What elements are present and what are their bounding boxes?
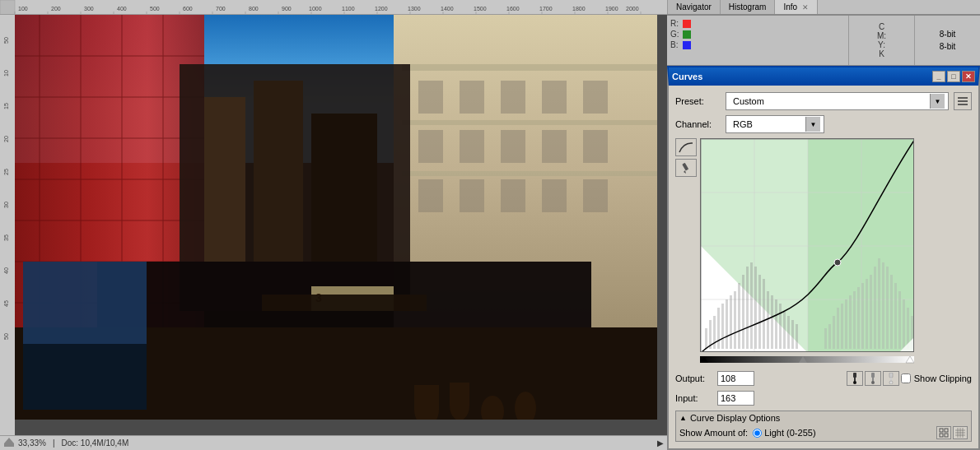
svg-rect-70	[501, 81, 525, 114]
svg-rect-141	[783, 312, 786, 349]
fine-grid-btn[interactable]	[953, 426, 968, 439]
svg-text:35: 35	[3, 234, 9, 241]
y-label: Y:	[878, 40, 885, 49]
svg-rect-122	[705, 328, 707, 349]
svg-rect-185	[940, 434, 943, 437]
preset-dropdown-arrow[interactable]: ▼	[930, 94, 945, 109]
svg-rect-71	[542, 81, 567, 114]
b-label: B:	[670, 40, 680, 49]
forward-btn[interactable]: ▶	[657, 438, 664, 448]
svg-text:1400: 1400	[441, 6, 454, 12]
eyedropper-gray[interactable]	[865, 371, 881, 386]
curve-display-header[interactable]: ▲ Curve Display Options	[676, 411, 971, 424]
tab-info[interactable]: Info ✕	[775, 0, 817, 14]
svg-rect-73	[418, 130, 443, 163]
light-label: Light (0-255)	[764, 428, 815, 438]
svg-text:200: 200	[51, 6, 61, 12]
grid-display-btn[interactable]	[936, 426, 951, 439]
tab-navigator[interactable]: Navigator	[667, 0, 721, 14]
g-label: G:	[670, 30, 680, 39]
svg-point-179	[871, 381, 875, 384]
svg-rect-72	[583, 81, 608, 114]
eyedropper-black[interactable]	[847, 371, 863, 386]
svg-rect-127	[726, 299, 728, 349]
svg-text:900: 900	[282, 6, 292, 12]
svg-rect-97	[450, 383, 469, 406]
curve-tool-pencil[interactable]	[675, 159, 697, 177]
close-tab-icon[interactable]: ✕	[802, 3, 809, 12]
svg-rect-151	[849, 295, 852, 349]
tab-histogram[interactable]: Histogram	[721, 0, 776, 14]
channel-select[interactable]: RGB ▼	[726, 115, 824, 133]
svg-rect-68	[418, 81, 443, 114]
svg-rect-140	[779, 304, 782, 349]
svg-rect-138	[771, 295, 773, 349]
svg-rect-82	[583, 179, 608, 212]
svg-rect-83	[402, 64, 657, 71]
svg-text:10: 10	[3, 70, 9, 77]
g-row: G:	[670, 30, 845, 39]
svg-text:45: 45	[3, 300, 9, 307]
svg-text:1300: 1300	[408, 6, 421, 12]
show-amount-row: Show Amount of: Light (0-255)	[676, 424, 971, 441]
light-radio-label: Light (0-255)	[753, 428, 815, 438]
svg-rect-133	[750, 262, 753, 349]
k-row: K	[879, 49, 884, 58]
svg-rect-155	[866, 279, 868, 349]
svg-rect-130	[738, 283, 740, 349]
svg-rect-103	[4, 443, 14, 447]
curves-graph[interactable]	[700, 138, 914, 352]
svg-rect-132	[746, 267, 749, 349]
svg-rect-85	[402, 171, 657, 176]
svg-rect-146	[828, 324, 831, 349]
svg-rect-184	[945, 429, 948, 432]
output-label: Output:	[675, 373, 712, 383]
zoom-indicator	[3, 437, 15, 450]
svg-marker-104	[4, 438, 14, 443]
channel-label: Channel:	[675, 119, 721, 129]
svg-rect-157	[874, 267, 876, 349]
minimize-button[interactable]: _	[932, 71, 945, 82]
svg-text:700: 700	[216, 6, 226, 12]
photo-container: 3	[15, 15, 657, 420]
svg-rect-42	[0, 15, 15, 436]
curves-dialog: Curves _ □ ✕ Preset: Custom ▼	[667, 66, 980, 450]
svg-text:1600: 1600	[506, 6, 520, 12]
svg-rect-102	[23, 344, 147, 410]
input-field[interactable]: 163	[717, 391, 754, 406]
svg-rect-100	[262, 295, 427, 311]
curves-graph-container	[700, 138, 914, 364]
show-clipping-checkbox[interactable]	[901, 373, 911, 383]
svg-text:100: 100	[18, 6, 28, 12]
output-field[interactable]: 108	[717, 371, 754, 386]
preset-label: Preset:	[675, 96, 721, 106]
svg-rect-76	[542, 130, 567, 163]
curves-title: Curves	[672, 72, 702, 81]
svg-rect-164	[903, 299, 905, 349]
close-button[interactable]: ✕	[962, 71, 975, 82]
svg-rect-79	[460, 179, 484, 212]
preset-menu-button[interactable]	[954, 92, 972, 110]
curve-tool-smooth[interactable]	[675, 138, 697, 156]
m-row: M:	[877, 31, 886, 40]
light-radio[interactable]	[753, 429, 762, 438]
graph-section	[675, 138, 972, 364]
svg-rect-144	[796, 324, 798, 349]
svg-rect-135	[758, 275, 761, 349]
svg-rect-89	[311, 114, 377, 262]
output-value: 108	[721, 373, 735, 383]
maximize-button[interactable]: □	[947, 71, 960, 82]
channel-dropdown-arrow[interactable]: ▼	[805, 117, 820, 132]
svg-rect-156	[870, 275, 872, 349]
svg-marker-112	[684, 170, 686, 174]
show-amount-label: Show Amount of:	[679, 428, 748, 438]
svg-point-182	[889, 381, 893, 384]
svg-text:400: 400	[117, 6, 127, 12]
svg-rect-80	[501, 179, 525, 212]
info-right: C M: Y: K	[848, 16, 914, 65]
bottom-controls: ▲ Curve Display Options Show Amount of: …	[675, 411, 972, 442]
nav-tabs-bar: Navigator Histogram Info ✕	[667, 0, 980, 16]
eyedropper-white[interactable]	[883, 371, 899, 386]
preset-select[interactable]: Custom ▼	[726, 92, 949, 110]
svg-rect-107	[683, 41, 691, 49]
